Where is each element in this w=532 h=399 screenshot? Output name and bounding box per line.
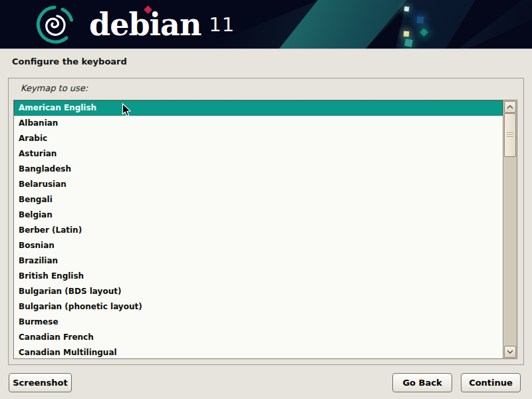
list-item[interactable]: Brazilian (14, 253, 503, 269)
list-item[interactable]: Canadian French (14, 330, 503, 345)
continue-button[interactable]: Continue (461, 373, 521, 392)
chevron-up-icon (507, 105, 513, 109)
list-item[interactable]: Belgian (14, 207, 503, 223)
list-item[interactable]: British English (14, 269, 503, 284)
list-item[interactable]: Arabic (14, 131, 503, 146)
list-item[interactable]: Bosnian (14, 238, 503, 253)
list-item[interactable]: Asturian (14, 146, 503, 162)
banner-facet (279, 0, 412, 49)
debian-swirl-icon (33, 3, 76, 46)
brand-logotype: debian11 (89, 5, 235, 45)
go-back-button[interactable]: Go Back (392, 373, 452, 392)
scrollbar-grip (507, 132, 513, 138)
list-item[interactable]: Bulgarian (BDS layout) (14, 284, 503, 299)
scrollbar[interactable] (503, 100, 517, 358)
list-item[interactable]: American English (14, 100, 503, 116)
list-item[interactable]: Belarusian (14, 177, 503, 192)
list-item[interactable]: Bulgarian (phonetic layout) (14, 299, 503, 315)
page-title: Configure the keyboard (12, 57, 127, 66)
banner-spark (404, 31, 410, 37)
screenshot-button[interactable]: Screenshot (9, 373, 72, 392)
scroll-down-button[interactable] (504, 346, 516, 358)
keymap-listbox: American EnglishAlbanianArabicAsturianBa… (13, 100, 517, 359)
keymap-list: American EnglishAlbanianArabicAsturianBa… (14, 100, 503, 358)
banner-spark (404, 39, 413, 47)
list-item[interactable]: Burmese (14, 315, 503, 330)
chevron-down-icon (507, 350, 513, 354)
list-item[interactable]: Canadian Multilingual (14, 345, 503, 358)
banner-spark (404, 7, 410, 12)
scrollbar-thumb[interactable] (504, 113, 516, 157)
brand-version: 11 (209, 13, 235, 36)
list-item[interactable]: Albanian (14, 116, 503, 131)
list-item[interactable]: Berber (Latin) (14, 223, 503, 238)
banner-spark (417, 17, 424, 24)
list-item[interactable]: Bangladesh (14, 162, 503, 177)
header-banner: debian11 (0, 0, 532, 49)
keymap-label: Keymap to use: (21, 83, 88, 93)
installer-window: debian11 Configure the keyboard Keymap t… (0, 0, 532, 399)
list-item[interactable]: Bengali (14, 192, 503, 207)
scroll-up-button[interactable] (504, 101, 516, 113)
